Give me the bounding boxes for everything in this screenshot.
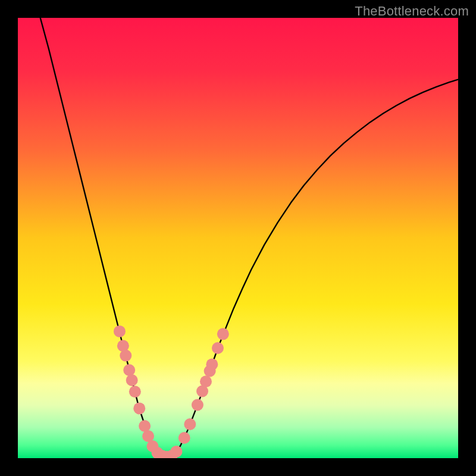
data-dot [133,402,145,414]
data-dot [142,430,154,442]
data-dot [178,432,190,444]
data-dot [212,342,224,354]
data-dot [184,418,196,430]
data-dot [200,375,212,387]
data-dot [139,420,151,432]
gradient-background [18,18,458,458]
data-dot [123,364,135,376]
data-dot [170,446,182,458]
data-dot [129,386,141,397]
data-dot [114,325,126,337]
chart-frame: TheBottleneck.com [0,0,476,476]
data-dot [192,399,203,411]
data-dot [206,358,218,370]
watermark-text: TheBottleneck.com [355,4,469,19]
data-dot [217,328,229,340]
chart-svg [18,18,458,458]
plot-area [18,18,458,458]
data-dot [126,374,138,386]
data-dot [120,350,131,362]
